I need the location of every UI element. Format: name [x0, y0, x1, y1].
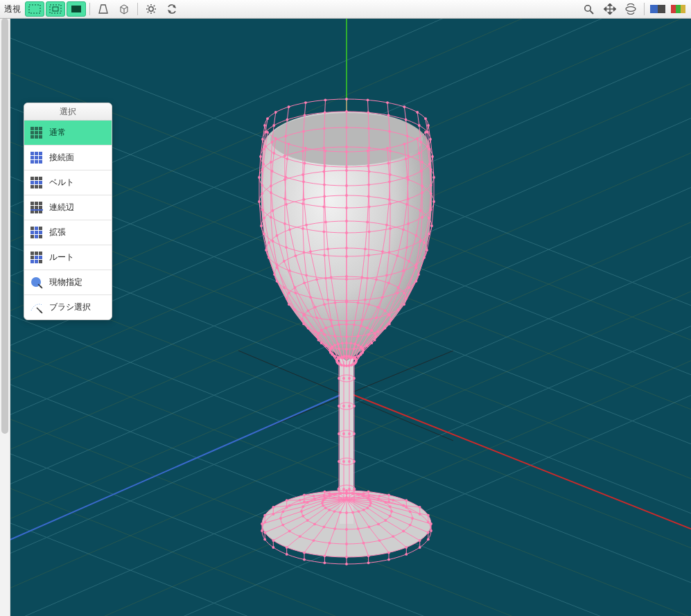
- svg-rect-593: [39, 260, 42, 263]
- svg-point-300: [304, 114, 306, 116]
- refresh-button[interactable]: [162, 1, 182, 17]
- svg-point-374: [366, 326, 369, 329]
- svg-point-250: [258, 176, 261, 179]
- settings-button[interactable]: [141, 1, 161, 17]
- svg-rect-560: [39, 160, 42, 164]
- select-mode-face-button[interactable]: [67, 1, 86, 17]
- shading-swatch-icon: [650, 4, 665, 14]
- svg-point-352: [387, 114, 390, 116]
- svg-line-19: [591, 11, 594, 15]
- svg-point-504: [368, 495, 371, 498]
- svg-point-313: [324, 111, 326, 114]
- svg-point-275: [271, 141, 274, 143]
- svg-point-463: [321, 502, 324, 504]
- svg-point-466: [261, 522, 263, 525]
- svg-point-503: [358, 493, 360, 496]
- svg-point-464: [300, 510, 303, 513]
- svg-point-26: [626, 7, 636, 12]
- svg-point-211: [283, 197, 286, 200]
- color-mode-button[interactable]: [669, 1, 688, 17]
- svg-point-329: [345, 169, 348, 172]
- cube-view-button[interactable]: [114, 1, 134, 17]
- svg-point-260: [266, 117, 269, 120]
- svg-point-347: [357, 301, 360, 304]
- svg-point-486: [303, 494, 306, 497]
- svg-point-532: [342, 432, 345, 435]
- svg-point-335: [345, 323, 348, 326]
- select-mode-edge-button[interactable]: [46, 1, 65, 17]
- svg-point-361: [360, 325, 362, 328]
- selection-item-belt[interactable]: ベルト: [24, 170, 112, 195]
- svg-point-507: [387, 501, 390, 504]
- svg-point-354: [389, 150, 392, 152]
- svg-point-440: [329, 542, 331, 545]
- svg-point-476: [272, 506, 274, 509]
- svg-point-127: [370, 342, 373, 344]
- svg-point-118: [418, 152, 421, 155]
- svg-rect-584: [35, 227, 38, 230]
- svg-point-372: [387, 281, 390, 284]
- svg-point-242: [288, 303, 290, 306]
- selection-item-actual-target[interactable]: 現物指定: [24, 270, 112, 295]
- selection-item-route[interactable]: ルート: [24, 245, 112, 270]
- left-scrollbar[interactable]: [0, 18, 10, 616]
- svg-point-469: [301, 505, 304, 508]
- shading-mode-button[interactable]: [648, 1, 667, 17]
- search-zoom-button[interactable]: [579, 1, 599, 17]
- svg-point-356: [388, 198, 391, 201]
- projection-label[interactable]: 透視: [3, 3, 24, 15]
- selection-item-normal[interactable]: 通常: [24, 121, 112, 146]
- svg-point-213: [285, 246, 288, 249]
- svg-rect-564: [30, 185, 34, 188]
- svg-point-445: [313, 539, 315, 542]
- svg-point-365: [405, 118, 408, 121]
- pan-button[interactable]: [600, 1, 620, 17]
- svg-point-348: [353, 324, 356, 326]
- svg-point-146: [389, 202, 392, 205]
- svg-point-224: [270, 191, 272, 194]
- svg-point-317: [323, 195, 326, 198]
- svg-point-312: [324, 98, 327, 101]
- svg-point-253: [265, 249, 268, 252]
- svg-point-133: [407, 197, 410, 200]
- svg-point-449: [313, 522, 316, 525]
- svg-point-175: [345, 278, 348, 281]
- toolbar-separator: [89, 3, 90, 15]
- svg-point-310: [337, 343, 340, 346]
- svg-point-368: [407, 178, 410, 181]
- svg-point-385: [397, 286, 400, 289]
- svg-point-99: [405, 297, 408, 300]
- svg-point-409: [389, 515, 392, 518]
- svg-point-230: [307, 327, 310, 330]
- svg-point-172: [345, 206, 348, 209]
- svg-point-435: [345, 543, 348, 545]
- svg-point-160: [368, 231, 371, 234]
- svg-point-209: [286, 157, 289, 160]
- svg-point-484: [323, 495, 326, 498]
- scrollbar-thumb[interactable]: [1, 18, 8, 434]
- svg-point-439: [333, 527, 336, 530]
- svg-marker-4: [99, 5, 107, 13]
- orbit-button[interactable]: [621, 1, 640, 17]
- selection-item-connected-faces[interactable]: 接続面: [24, 146, 112, 170]
- svg-point-407: [430, 529, 432, 532]
- selection-item-continuous-edge[interactable]: 連続辺: [24, 195, 112, 220]
- svg-point-470: [281, 511, 284, 513]
- svg-point-505: [378, 495, 381, 498]
- select-mode-vertex-button[interactable]: [25, 1, 44, 17]
- svg-rect-563: [39, 177, 42, 180]
- svg-rect-581: [39, 227, 42, 230]
- selection-item-brush-select[interactable]: ブラシ選択: [24, 295, 112, 319]
- selection-item-label: 通常: [49, 127, 66, 139]
- svg-point-165: [357, 335, 360, 337]
- svg-marker-22: [609, 3, 612, 6]
- svg-point-315: [322, 147, 325, 150]
- svg-point-479: [313, 498, 316, 500]
- svg-point-261: [264, 131, 267, 134]
- svg-point-110: [423, 256, 426, 259]
- selection-item-expand[interactable]: 拡張: [24, 220, 112, 245]
- svg-point-443: [333, 510, 336, 513]
- perspective-camera-button[interactable]: [94, 1, 113, 17]
- svg-rect-544: [35, 127, 38, 130]
- svg-point-161: [367, 254, 370, 257]
